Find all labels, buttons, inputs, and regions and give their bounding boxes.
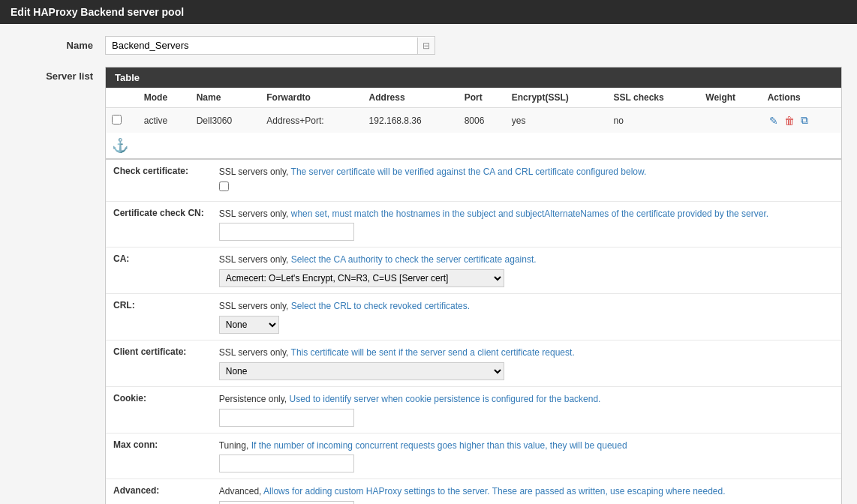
desc-maxconn: Tuning, If the number of incoming concur… [212, 433, 841, 479]
label-certcn: Certificate check CN: [106, 201, 212, 248]
row-sslchecks: no [608, 108, 700, 134]
col-sslchecks: SSL checks [608, 88, 700, 108]
row-forwardto: Address+Port: [260, 108, 362, 134]
detail-row-advanced: Advanced: Advanced, Allows for adding cu… [106, 479, 841, 504]
input-advanced[interactable] [219, 501, 354, 504]
desc-maxconn-text: Tuning, If the number of incoming concur… [219, 440, 627, 451]
detail-row-cookie: Cookie: Persistence only, Used to identi… [106, 386, 841, 433]
row-checkbox[interactable] [112, 115, 122, 124]
name-input-wrapper: ⊟ [105, 36, 435, 55]
col-encrypt: Encrypt(SSL) [506, 88, 608, 108]
row-actions: ✎ 🗑 ⧉ [762, 108, 841, 134]
desc-advanced: Advanced, Allows for adding custom HAPro… [212, 479, 841, 504]
desc-cookie: Persistence only, Used to identify serve… [212, 386, 841, 433]
col-mode: Mode [138, 88, 191, 108]
col-weight: Weight [699, 88, 761, 108]
col-address: Address [363, 88, 459, 108]
detail-table: Check certificate: SSL servers only, The… [106, 160, 841, 504]
desc-ca-text: SSL servers only, Select the CA authorit… [219, 254, 537, 265]
title-bar: Edit HAProxy Backend server pool [0, 0, 857, 24]
table-section: Table Mode Name Forwardto Address Port E… [105, 67, 842, 159]
select-ca[interactable]: Acmecert: O=Let's Encrypt, CN=R3, C=US [… [219, 269, 504, 287]
select-clientcert[interactable]: None [219, 362, 504, 380]
select-crl[interactable]: None [219, 316, 279, 334]
name-input[interactable] [106, 37, 417, 54]
label-advanced: Advanced: [106, 479, 212, 504]
col-name: Name [191, 88, 261, 108]
server-table: Mode Name Forwardto Address Port Encrypt… [106, 88, 841, 158]
row-port: 8006 [459, 108, 506, 134]
row-name: Dell3060 [191, 108, 261, 134]
label-clientcert: Client certificate: [106, 340, 212, 386]
label-crl: CRL: [106, 294, 212, 340]
row-address: 192.168.8.36 [363, 108, 459, 134]
desc-clientcert: SSL servers only, This certificate will … [212, 340, 841, 386]
anchor-row: ⚓ [106, 133, 841, 158]
desc-checkcert-text: SSL servers only, The server certificate… [219, 166, 647, 177]
desc-clientcert-text: SSL servers only, This certificate will … [219, 347, 575, 358]
name-input-icon: ⊟ [417, 38, 435, 54]
label-maxconn: Max conn: [106, 433, 212, 479]
desc-crl: SSL servers only, Select the CRL to chec… [212, 294, 841, 340]
anchor-icon[interactable]: ⚓ [112, 138, 128, 153]
col-forwardto: Forwardto [260, 88, 362, 108]
col-actions: Actions [762, 88, 841, 108]
label-cookie: Cookie: [106, 386, 212, 433]
desc-ca: SSL servers only, Select the CA authorit… [212, 248, 841, 294]
edit-button[interactable]: ✎ [768, 113, 780, 128]
label-checkcert: Check certificate: [106, 160, 212, 201]
col-port: Port [459, 88, 506, 108]
copy-button[interactable]: ⧉ [799, 112, 810, 128]
name-field-row: Name ⊟ [15, 36, 842, 55]
desc-checkcert: SSL servers only, The server certificate… [212, 160, 841, 201]
table-row: active Dell3060 Address+Port: 192.168.8.… [106, 108, 841, 134]
input-certcn[interactable] [219, 223, 354, 241]
desc-crl-text: SSL servers only, Select the CRL to chec… [219, 301, 470, 311]
title-text: Edit HAProxy Backend server pool [11, 6, 184, 18]
desc-certcn: SSL servers only, when set, must match t… [212, 201, 841, 248]
label-ca: CA: [106, 248, 212, 294]
input-maxconn[interactable] [219, 454, 354, 472]
server-list-row: Server list Table Mode Name Forwardto Ad… [15, 67, 842, 504]
server-list-label: Server list [15, 67, 105, 82]
detail-row-certcn: Certificate check CN: SSL servers only, … [106, 201, 841, 248]
col-checkbox [106, 88, 138, 108]
desc-certcn-text: SSL servers only, when set, must match t… [219, 208, 768, 219]
detail-row-checkcert: Check certificate: SSL servers only, The… [106, 160, 841, 201]
desc-cookie-text: Persistence only, Used to identify serve… [219, 394, 601, 404]
row-checkbox-cell [106, 108, 138, 134]
table-header-row: Mode Name Forwardto Address Port Encrypt… [106, 88, 841, 108]
detail-row-ca: CA: SSL servers only, Select the CA auth… [106, 248, 841, 294]
input-checkcert[interactable] [219, 182, 229, 191]
detail-row-maxconn: Max conn: Tuning, If the number of incom… [106, 433, 841, 479]
detail-row-clientcert: Client certificate: SSL servers only, Th… [106, 340, 841, 386]
name-field-value: ⊟ [105, 36, 842, 55]
row-weight [699, 108, 761, 134]
anchor-cell: ⚓ [106, 133, 841, 158]
detail-row-crl: CRL: SSL servers only, Select the CRL to… [106, 294, 841, 340]
delete-button[interactable]: 🗑 [783, 113, 796, 128]
server-list-content: Table Mode Name Forwardto Address Port E… [105, 67, 842, 504]
desc-advanced-text: Advanced, Allows for adding custom HAPro… [219, 486, 726, 496]
row-mode: active [138, 108, 191, 134]
detail-form: Check certificate: SSL servers only, The… [105, 159, 842, 504]
table-header: Table [106, 68, 841, 88]
input-cookie[interactable] [219, 409, 354, 427]
row-encrypt: yes [506, 108, 608, 134]
name-label: Name [15, 36, 105, 51]
